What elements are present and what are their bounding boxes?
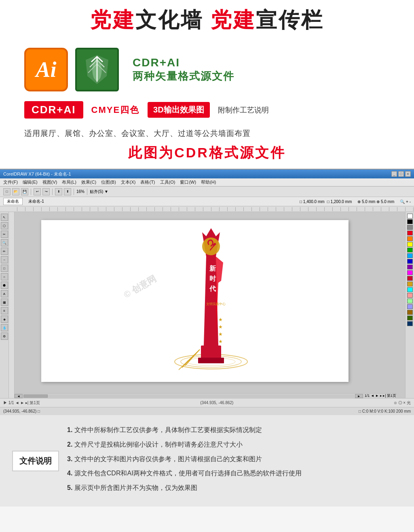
swatch-darkblue[interactable]: [407, 321, 413, 326]
cdr-title-text: CorelDRAW X7 (64-Bit) - 未命名-1: [3, 171, 71, 177]
scroll-right[interactable]: ►: [355, 394, 363, 398]
menu-effects[interactable]: 效果(C): [81, 179, 96, 185]
menu-table[interactable]: 表格(T): [140, 179, 155, 185]
tool-polygon[interactable]: ⬟: [1, 282, 8, 289]
toolbar-sep1: [31, 189, 31, 195]
scroll-left[interactable]: ◄: [15, 394, 23, 398]
cdr-window: CorelDRAW X7 (64-Bit) - 未命名-1 _ □ × 文件(F…: [0, 169, 414, 415]
window-buttons: _ □ ×: [391, 171, 411, 177]
close-button[interactable]: ×: [405, 171, 411, 177]
swatch-yellow[interactable]: [407, 242, 413, 247]
swatch-lightred[interactable]: [407, 293, 413, 298]
desc-item-1: 文件中所标制作工艺仅供参考，具体制作工艺要根据实际情况制定: [67, 425, 302, 435]
toolbar-save[interactable]: 💾: [21, 188, 28, 195]
tool-interact[interactable]: ⚙: [1, 333, 8, 340]
tag-note: 附制作工艺说明: [218, 105, 269, 115]
tool-icons-right: 🔍 + -: [400, 199, 411, 204]
toolbar-open[interactable]: 📂: [12, 188, 19, 195]
doc-name-tab2[interactable]: 未命名-1: [25, 198, 47, 205]
tool-rect[interactable]: □: [1, 265, 8, 272]
swatch-red[interactable]: [407, 231, 413, 235]
svg-text:文明实践中心: 文明实践中心: [206, 302, 226, 306]
canvas-ruler-left: [9, 212, 15, 398]
swatch-gold[interactable]: [407, 282, 413, 286]
tool-select[interactable]: ↖: [1, 214, 8, 221]
ai-icon: Ai: [24, 48, 68, 91]
swatch-white[interactable]: [407, 214, 413, 218]
toolbar-redo[interactable]: ↪: [42, 188, 50, 195]
tool-fill[interactable]: ◈: [1, 316, 8, 323]
canvas-white: © 创意网: [41, 220, 349, 382]
tool-smart[interactable]: ~: [1, 256, 8, 263]
swatch-lightgreen[interactable]: [407, 299, 413, 303]
menu-layout[interactable]: 布局(L): [62, 179, 76, 185]
doc-name-tab[interactable]: 未命名: [3, 198, 23, 205]
menu-tools[interactable]: 工具(O): [160, 179, 175, 185]
svg-text:★: ★: [218, 324, 223, 330]
tool-crop[interactable]: ✂: [1, 231, 8, 238]
swatch-black[interactable]: [407, 219, 413, 224]
swatch-darkred[interactable]: [407, 276, 413, 281]
tool-text[interactable]: A: [1, 290, 8, 297]
svg-line-22: [185, 350, 200, 366]
tool-eyedrop[interactable]: 💧: [1, 324, 8, 331]
menu-window[interactable]: 窗口(W): [180, 179, 196, 185]
swatch-gray[interactable]: [407, 225, 413, 230]
toolbar-sep4: [87, 189, 87, 195]
menu-view[interactable]: 视图(V): [42, 179, 57, 185]
menu-file[interactable]: 文件(F): [3, 179, 18, 185]
cdr-status-bar: (344.935, -46.862) □ □ C:0 M:0 V:0 K:100…: [0, 407, 414, 415]
menu-bitmap[interactable]: 位图(B): [101, 179, 116, 185]
format-line2: 两种矢量格式源文件: [133, 69, 234, 83]
scroll-thumb[interactable]: [23, 394, 48, 398]
cdr-canvas-area[interactable]: © 创意网: [9, 212, 405, 398]
swatch-cyan[interactable]: [407, 253, 413, 258]
menu-edit[interactable]: 编辑(E): [23, 179, 38, 185]
status-coords: (344.935, -46.862) □: [3, 409, 40, 413]
horizontal-scrollbar[interactable]: ◄ ► 1/1 ◄ ► ▸ ▸| 第1页: [15, 393, 396, 398]
minimize-button[interactable]: _: [391, 171, 397, 177]
toolbar-import[interactable]: ⬇: [55, 188, 62, 195]
menu-help[interactable]: 帮助(H): [201, 179, 216, 185]
tool-zoom[interactable]: 🔍: [1, 239, 8, 246]
cdr-icon: [75, 48, 119, 91]
swatch-orange[interactable]: [407, 236, 413, 241]
tool-shape[interactable]: ⬡: [1, 222, 8, 229]
menu-text[interactable]: 文本(X): [121, 179, 136, 185]
swatch-blue[interactable]: [407, 259, 413, 264]
monument-container: 新 时 代 文明实践中心 ★ ★ ★ ★: [171, 224, 251, 378]
status-right: □ C:0 M:0 V:0 K:100 200 mm: [359, 409, 411, 413]
svg-rect-8: [198, 358, 224, 363]
tool-table[interactable]: ▦: [1, 299, 8, 306]
cdr-second-toolbar: 未命名 未命名-1 □ 1,400.0 mm □ 1,200.0 mm ⊕ 5.…: [0, 197, 414, 206]
page-indicator: 1/1 ◄ ► ▸ ▸| 第1页: [365, 393, 396, 398]
tag-cdr-ai: CDR+AI: [24, 101, 83, 119]
maximize-button[interactable]: □: [398, 171, 404, 177]
toolbar-undo[interactable]: ↩: [34, 188, 41, 195]
cdr-toolbar: □ 📂 💾 ↩ ↪ ⬇ ⬆ 16% 贴齐(S) ▼: [0, 187, 414, 197]
cdr-bottom-bar: ▶ 1/1 ◄ ► ▸| 第1页 (344.935, -46.862) ⊙ ◎ …: [0, 398, 414, 407]
swatch-brown[interactable]: [407, 310, 413, 315]
tool-parallel[interactable]: ≡: [1, 307, 8, 314]
swatch-purple[interactable]: [407, 265, 413, 269]
swatch-darkgreen[interactable]: [407, 316, 413, 320]
svg-text:★: ★: [218, 331, 223, 337]
tool-ellipse[interactable]: ○: [1, 273, 8, 280]
toolbar-export[interactable]: ⬆: [64, 188, 71, 195]
toolbar-new[interactable]: □: [3, 188, 11, 195]
swatch-green[interactable]: [407, 248, 413, 252]
coords-display: ▶ 1/1 ◄ ► ▸| 第1页: [3, 400, 40, 406]
desc-item-3: 文件中的文字和图片内容仅供参考，图片请根据自己的文案和图片: [67, 454, 302, 464]
format-text: CDR+AI 两种矢量格式源文件: [133, 56, 234, 83]
scroll-track[interactable]: [23, 394, 354, 398]
swatch-lightblue[interactable]: [407, 304, 413, 309]
svg-text:新: 新: [209, 265, 216, 272]
desc-item-5: 展示页中所含图片并不为实物，仅为效果图: [67, 483, 302, 493]
swatch-magenta[interactable]: [407, 270, 413, 275]
ai-icon-text: Ai: [36, 57, 56, 82]
swatch-lightcyan[interactable]: [407, 287, 413, 292]
bottom-icons: ⊙ ◎ × 光: [394, 400, 411, 406]
cdr-svg: [79, 52, 115, 87]
tool-curve[interactable]: ✏: [1, 248, 8, 255]
svg-text:★: ★: [218, 339, 223, 344]
